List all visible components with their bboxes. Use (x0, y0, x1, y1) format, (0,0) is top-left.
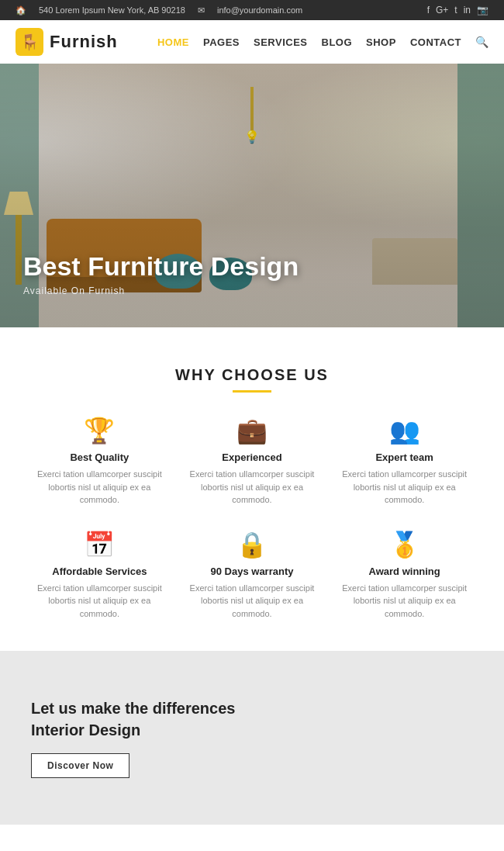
logo-text: Furnish (50, 32, 118, 52)
affordable-desc: Exerci tation ullamcorper suscipit lobor… (31, 582, 168, 621)
address-icon: 🏠 (16, 5, 26, 16)
experienced-icon: 💼 (184, 416, 321, 445)
email-icon: ✉ (198, 5, 205, 16)
hero-content: Best Furniture Design Available On Furni… (0, 252, 322, 327)
warranty-title: 90 Days warranty (184, 566, 321, 577)
warranty-desc: Exerci tation ullamcorper suscipit lobor… (184, 582, 321, 621)
hero-section: Best Furniture Design Available On Furni… (0, 64, 504, 327)
best-quality-icon: 🏆 (31, 416, 168, 445)
cta-line2: Interior Design (31, 719, 473, 741)
twitter-icon[interactable]: t (454, 5, 457, 16)
feature-affordable: 📅 Affordable Services Exerci tation ulla… (31, 530, 168, 621)
nav-shop[interactable]: SHOP (366, 36, 396, 48)
nav-services[interactable]: SERVICES (254, 36, 308, 48)
award-title: Award winning (336, 566, 473, 577)
affordable-icon: 📅 (31, 530, 168, 559)
features-grid: 🏆 Best Quality Exerci tation ullamcorper… (31, 416, 473, 620)
best-quality-desc: Exerci tation ullamcorper suscipit lobor… (31, 468, 168, 507)
experienced-desc: Exerci tation ullamcorper suscipit lobor… (184, 468, 321, 507)
award-icon: 🥇 (336, 530, 473, 559)
gallery-section: GALLERY All Projects Houses Decoration F… (0, 825, 504, 851)
warranty-icon: 🔒 (184, 530, 321, 559)
address-text: 540 Lorem Ipsum New York, AB 90218 (39, 5, 185, 15)
award-desc: Exerci tation ullamcorper suscipit lobor… (336, 582, 473, 621)
logo[interactable]: 🪑 Furnish (16, 28, 118, 56)
cta-text: Let us make the differences Interior Des… (31, 697, 473, 741)
top-bar: 🏠 540 Lorem Ipsum New York, AB 90218 ✉ i… (0, 0, 504, 20)
why-choose-section: WHY CHOOSE US 🏆 Best Quality Exerci tati… (0, 327, 504, 651)
instagram-icon[interactable]: 📷 (477, 5, 488, 16)
linkedin-icon[interactable]: in (464, 5, 471, 16)
affordable-title: Affordable Services (31, 566, 168, 577)
navbar: 🪑 Furnish HOME PAGES SERVICES BLOG SHOP … (0, 20, 504, 64)
search-icon[interactable]: 🔍 (475, 36, 488, 48)
best-quality-title: Best Quality (31, 451, 168, 463)
discover-now-button[interactable]: Discover Now (31, 753, 129, 778)
nav-home[interactable]: HOME (157, 36, 189, 48)
why-underline (233, 390, 271, 393)
experienced-title: Experienced (184, 451, 321, 463)
expert-team-desc: Exerci tation ullamcorper suscipit lobor… (336, 468, 473, 507)
expert-team-title: Expert team (336, 451, 473, 463)
logo-icon: 🪑 (16, 28, 43, 56)
cta-section: Let us make the differences Interior Des… (0, 651, 504, 825)
nav-links: HOME PAGES SERVICES BLOG SHOP CONTACT 🔍 (157, 36, 488, 48)
facebook-icon[interactable]: f (427, 5, 430, 16)
feature-experienced: 💼 Experienced Exerci tation ullamcorper … (184, 416, 321, 507)
google-plus-icon[interactable]: G+ (436, 5, 448, 16)
feature-expert-team: 👥 Expert team Exerci tation ullamcorper … (336, 416, 473, 507)
nav-blog[interactable]: BLOG (322, 36, 353, 48)
nav-contact[interactable]: CONTACT (410, 36, 461, 48)
feature-award: 🥇 Award winning Exerci tation ullamcorpe… (336, 530, 473, 621)
hero-subtitle: Available On Furnish (23, 285, 299, 296)
social-links: f G+ t in 📷 (427, 5, 488, 16)
nav-pages[interactable]: PAGES (203, 36, 240, 48)
why-title: WHY CHOOSE US (31, 366, 473, 384)
expert-team-icon: 👥 (336, 416, 473, 445)
feature-best-quality: 🏆 Best Quality Exerci tation ullamcorper… (31, 416, 168, 507)
feature-warranty: 🔒 90 Days warranty Exerci tation ullamco… (184, 530, 321, 621)
hero-title: Best Furniture Design (23, 252, 299, 281)
cta-line1: Let us make the differences (31, 697, 473, 719)
top-bar-info: 🏠 540 Lorem Ipsum New York, AB 90218 ✉ i… (16, 5, 302, 16)
email-text: info@yourdomain.com (217, 5, 302, 15)
